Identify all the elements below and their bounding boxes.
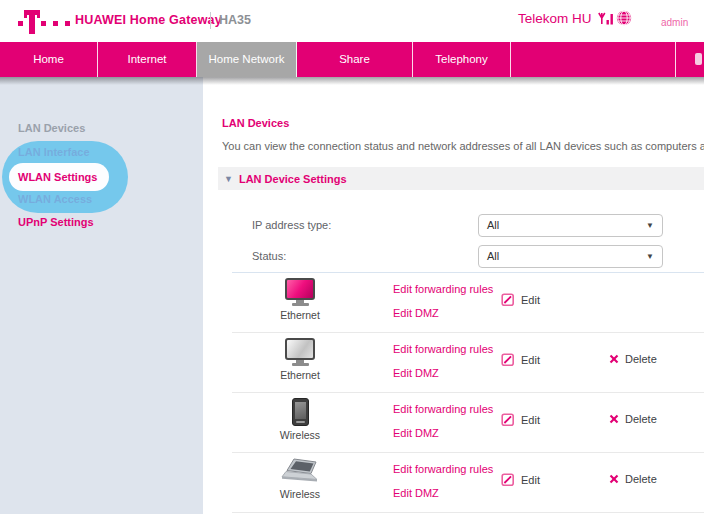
- device-cell: Ethernet: [268, 338, 332, 381]
- edit-forwarding-rules-link[interactable]: Edit forwarding rules: [393, 403, 493, 415]
- edit-forwarding-rules-link[interactable]: Edit forwarding rules: [393, 463, 493, 475]
- device-connection-type: Ethernet: [268, 309, 332, 321]
- tab-partial-cutoff[interactable]: [675, 42, 704, 77]
- highlight-pill: WLAN Settings: [9, 163, 109, 191]
- delete-button[interactable]: Delete: [609, 353, 657, 365]
- status-label: Status:: [252, 250, 286, 262]
- brand-title: HUAWEI Home Gateway: [75, 13, 222, 27]
- model-name: HA35: [219, 13, 251, 27]
- signal-strength-icon: [598, 12, 615, 27]
- edit-pencil-icon: [501, 293, 515, 307]
- delete-x-icon: [609, 414, 619, 424]
- status-value: All: [487, 250, 499, 262]
- header: HUAWEI Home Gateway HA35 Telekom HU admi…: [0, 0, 704, 42]
- sidebar-item-lan-devices[interactable]: LAN Devices: [18, 122, 85, 134]
- desktop-offline-icon: [285, 338, 315, 366]
- edit-dmz-link[interactable]: Edit DMZ: [393, 487, 439, 499]
- operator-name: Telekom HU: [518, 11, 592, 26]
- main-nav: Home Internet Home Network Share Telepho…: [0, 42, 704, 77]
- delete-x-icon: [609, 474, 619, 484]
- device-connection-type: Ethernet: [268, 369, 332, 381]
- section-toggle-lan-device-settings[interactable]: ▼ LAN Device Settings: [218, 167, 704, 190]
- edit-dmz-link[interactable]: Edit DMZ: [393, 307, 439, 319]
- edit-forwarding-rules-link[interactable]: Edit forwarding rules: [393, 343, 493, 355]
- desktop-online-icon: [285, 278, 315, 306]
- device-connection-type: Wireless: [268, 429, 332, 441]
- tab-home-network[interactable]: Home Network: [197, 42, 297, 77]
- edit-pencil-icon: [501, 473, 515, 487]
- edit-pencil-icon: [501, 353, 515, 367]
- edit-button[interactable]: Edit: [501, 353, 540, 367]
- sidebar: LAN Devices LAN Interface WLAN Access UP…: [0, 77, 203, 514]
- router-admin-page: HUAWEI Home Gateway HA35 Telekom HU admi…: [0, 0, 704, 514]
- partial-letter: [695, 53, 702, 65]
- edit-forwarding-rules-link[interactable]: Edit forwarding rules: [393, 283, 493, 295]
- device-row: Ethernet Edit forwarding rules Edit DMZ …: [203, 333, 704, 393]
- sidebar-item-upnp-settings[interactable]: UPnP Settings: [18, 216, 94, 228]
- delete-button[interactable]: Delete: [609, 413, 657, 425]
- tab-share[interactable]: Share: [297, 42, 413, 77]
- page-description: You can view the connection status and n…: [222, 140, 704, 152]
- select-arrow-icon: ▼: [646, 215, 654, 236]
- laptop-icon: [281, 458, 319, 485]
- edit-pencil-icon: [501, 413, 515, 427]
- device-row: Ethernet Edit forwarding rules Edit DMZ …: [203, 273, 704, 333]
- telekom-logo-icon: [8, 5, 74, 36]
- smartphone-icon: [292, 398, 309, 426]
- device-cell: Wireless: [268, 398, 332, 441]
- device-cell: Wireless: [268, 458, 332, 500]
- edit-dmz-link[interactable]: Edit DMZ: [393, 427, 439, 439]
- row-divider: [232, 512, 704, 513]
- select-arrow-icon: ▼: [646, 246, 654, 267]
- edit-button[interactable]: Edit: [501, 413, 540, 427]
- tab-home[interactable]: Home: [0, 42, 98, 77]
- logged-in-user: admin: [661, 17, 688, 28]
- edit-button[interactable]: Edit: [501, 293, 540, 307]
- device-row: Wireless Edit forwarding rules Edit DMZ …: [203, 393, 704, 453]
- device-row: Wireless Edit forwarding rules Edit DMZ …: [203, 453, 704, 513]
- delete-x-icon: [609, 354, 619, 364]
- tab-telephony[interactable]: Telephony: [413, 42, 511, 77]
- delete-button[interactable]: Delete: [609, 473, 657, 485]
- sidebar-item-wlan-settings[interactable]: WLAN Settings: [9, 163, 109, 191]
- status-select[interactable]: All ▼: [478, 245, 663, 268]
- header-divider: [210, 12, 211, 29]
- page-title: LAN Devices: [222, 117, 289, 129]
- ip-address-type-value: All: [487, 219, 499, 231]
- main-content: LAN Devices You can view the connection …: [203, 77, 704, 514]
- edit-dmz-link[interactable]: Edit DMZ: [393, 367, 439, 379]
- collapse-arrow-icon: ▼: [224, 174, 233, 184]
- device-cell: Ethernet: [268, 278, 332, 321]
- language-globe-icon[interactable]: [616, 10, 632, 26]
- ip-address-type-select[interactable]: All ▼: [478, 214, 663, 237]
- section-title: LAN Device Settings: [239, 173, 347, 185]
- edit-button[interactable]: Edit: [501, 473, 540, 487]
- ip-address-type-label: IP address type:: [252, 219, 331, 231]
- tab-internet[interactable]: Internet: [98, 42, 197, 77]
- device-connection-type: Wireless: [268, 488, 332, 500]
